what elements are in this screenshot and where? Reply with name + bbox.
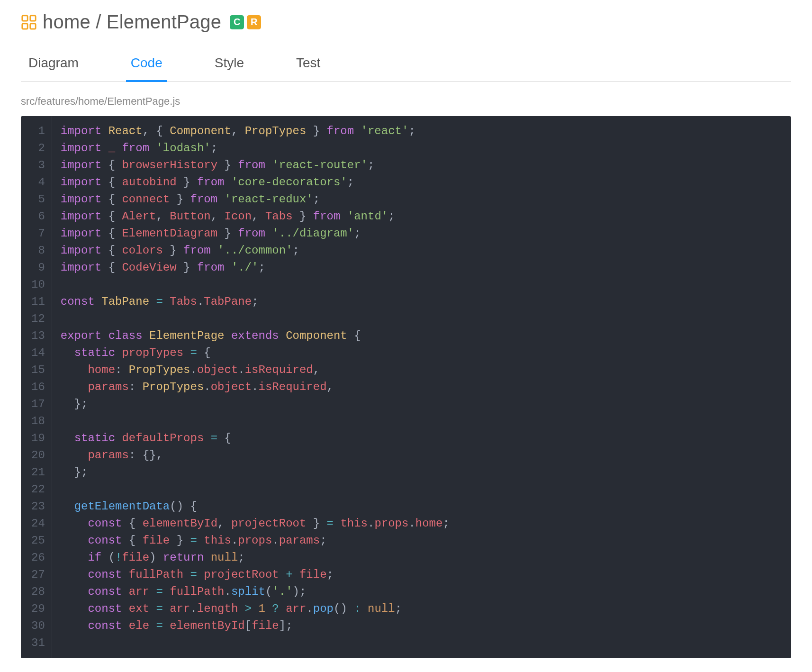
code-line[interactable]: import { colors } from '../common';	[61, 242, 450, 259]
page-root: home / ElementPage C R Diagram Code Styl…	[0, 0, 812, 658]
code-line[interactable]: const fullPath = projectRoot + file;	[61, 566, 450, 583]
code-line[interactable]: home: PropTypes.object.isRequired,	[61, 362, 450, 379]
svg-rect-3	[30, 23, 36, 28]
code-line[interactable]	[61, 310, 450, 327]
breadcrumb-current: ElementPage	[107, 11, 221, 32]
code-line[interactable]: getElementData() {	[61, 498, 450, 515]
code-line[interactable]: const ele = elementById[file];	[61, 618, 450, 635]
tabs: Diagram Code Style Test	[21, 49, 791, 82]
line-number: 15	[21, 362, 52, 379]
code-line[interactable]: static defaultProps = {	[61, 430, 450, 447]
line-number: 19	[21, 430, 52, 447]
line-number: 5	[21, 191, 52, 208]
code-line[interactable]: params: {},	[61, 447, 450, 464]
badge-route: R	[247, 15, 261, 29]
line-number: 12	[21, 310, 52, 327]
code-line[interactable]: const arr = fullPath.split('.');	[61, 583, 450, 600]
code-editor[interactable]: 1234567891011121314151617181920212223242…	[21, 116, 791, 658]
line-number: 22	[21, 481, 52, 498]
code-line[interactable]: import _ from 'lodash';	[61, 140, 450, 157]
code-line[interactable]: const TabPane = Tabs.TabPane;	[61, 293, 450, 310]
svg-rect-2	[22, 23, 27, 28]
svg-rect-0	[22, 15, 27, 20]
line-number: 4	[21, 174, 52, 191]
line-number: 24	[21, 515, 52, 532]
code-line[interactable]: import { CodeView } from './';	[61, 259, 450, 276]
badge-component: C	[230, 15, 244, 29]
line-number: 23	[21, 498, 52, 515]
badges: C R	[230, 15, 261, 29]
file-path: src/features/home/ElementPage.js	[21, 95, 791, 108]
svg-rect-1	[30, 15, 36, 20]
code-body[interactable]: import React, { Component, PropTypes } f…	[52, 116, 458, 658]
tab-code[interactable]: Code	[131, 49, 162, 81]
line-number: 14	[21, 345, 52, 362]
code-line[interactable]: import React, { Component, PropTypes } f…	[61, 123, 450, 140]
code-line[interactable]: const { file } = this.props.params;	[61, 532, 450, 549]
tab-test[interactable]: Test	[296, 49, 320, 81]
code-line[interactable]: import { autobind } from 'core-decorator…	[61, 174, 450, 191]
breadcrumb-text: home / ElementPage	[43, 11, 221, 33]
code-line[interactable]	[61, 635, 450, 652]
line-number: 2	[21, 140, 52, 157]
code-line[interactable]	[61, 413, 450, 430]
code-line[interactable]: const ext = arr.length > 1 ? arr.pop() :…	[61, 600, 450, 618]
code-line[interactable]: };	[61, 396, 450, 413]
line-number: 17	[21, 396, 52, 413]
code-gutter: 1234567891011121314151617181920212223242…	[21, 116, 52, 658]
tab-diagram[interactable]: Diagram	[28, 49, 79, 81]
code-line[interactable]: export class ElementPage extends Compone…	[61, 327, 450, 345]
line-number: 13	[21, 327, 52, 345]
tab-style[interactable]: Style	[215, 49, 244, 81]
line-number: 9	[21, 259, 52, 276]
breadcrumb: home / ElementPage C R	[21, 11, 791, 33]
line-number: 30	[21, 618, 52, 635]
line-number: 27	[21, 566, 52, 583]
code-line[interactable]: import { connect } from 'react-redux';	[61, 191, 450, 208]
line-number: 10	[21, 276, 52, 293]
line-number: 11	[21, 293, 52, 310]
breadcrumb-separator: /	[96, 11, 101, 32]
code-line[interactable]: import { browserHistory } from 'react-ro…	[61, 157, 450, 174]
line-number: 18	[21, 413, 52, 430]
line-number: 6	[21, 208, 52, 225]
line-number: 29	[21, 600, 52, 618]
line-number: 31	[21, 635, 52, 652]
line-number: 3	[21, 157, 52, 174]
line-number: 25	[21, 532, 52, 549]
code-line[interactable]	[61, 481, 450, 498]
line-number: 1	[21, 123, 52, 140]
line-number: 26	[21, 549, 52, 566]
code-line[interactable]: const { elementById, projectRoot } = thi…	[61, 515, 450, 532]
line-number: 16	[21, 379, 52, 396]
code-line[interactable]: static propTypes = {	[61, 345, 450, 362]
code-line[interactable]: params: PropTypes.object.isRequired,	[61, 379, 450, 396]
line-number: 8	[21, 242, 52, 259]
line-number: 20	[21, 447, 52, 464]
code-line[interactable]: import { ElementDiagram } from '../diagr…	[61, 225, 450, 242]
line-number: 21	[21, 464, 52, 481]
code-line[interactable]	[61, 276, 450, 293]
code-line[interactable]: if (!file) return null;	[61, 549, 450, 566]
breadcrumb-parent[interactable]: home	[43, 11, 90, 32]
line-number: 7	[21, 225, 52, 242]
code-line[interactable]: };	[61, 464, 450, 481]
app-grid-icon	[21, 14, 37, 30]
line-number: 28	[21, 583, 52, 600]
code-line[interactable]: import { Alert, Button, Icon, Tabs } fro…	[61, 208, 450, 225]
